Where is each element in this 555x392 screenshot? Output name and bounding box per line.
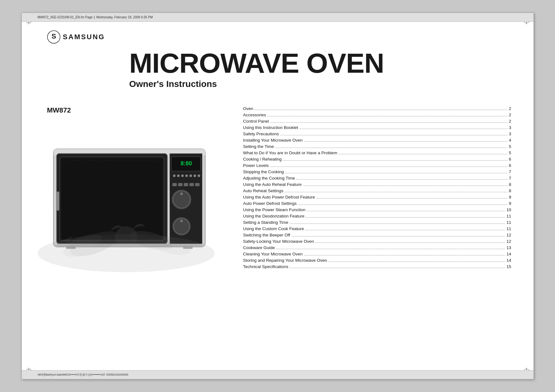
toc-item-title: Cleaning Your Microwave Oven [243, 252, 303, 256]
toc-item: Stopping the Cooking 7 [243, 169, 511, 174]
toc-dots [292, 236, 505, 236]
svg-rect-36 [95, 160, 95, 161]
svg-rect-48 [133, 160, 133, 161]
toc-item-title: Auto Power Defrost Settings [243, 201, 297, 206]
toc-item-page: 3 [509, 132, 511, 136]
toc-item-page: 4 [509, 138, 511, 143]
toc-item-title: Power Levels [243, 163, 269, 168]
toc-dots [315, 242, 505, 243]
toc-dots [299, 129, 508, 129]
toc-item-title: Oven [243, 106, 253, 111]
toc-item-page: 12 [506, 233, 511, 237]
toc-item: Using the Power Steam Function 10 [243, 207, 511, 212]
svg-rect-55 [155, 160, 155, 161]
toc-item-title: Auto Reheat Settings [243, 188, 284, 193]
toc-item: Cooking / Reheating 6 [243, 157, 511, 162]
toc-item-page: 9 [509, 201, 511, 206]
svg-rect-51 [142, 160, 143, 161]
toc-dots [316, 198, 508, 199]
toc-item-page: 15 [506, 264, 511, 269]
subtitle: Owner's Instructions [129, 79, 508, 89]
svg-rect-42 [114, 160, 114, 161]
toc-dots [306, 217, 505, 217]
svg-point-64 [181, 175, 184, 177]
svg-point-67 [194, 175, 196, 177]
svg-rect-40 [107, 160, 108, 161]
toc-item-page: 11 [506, 220, 511, 225]
toc-item-page: 5 [509, 150, 511, 155]
toc-item-title: Cooking / Reheating [243, 157, 282, 162]
toc-item-title: Stopping the Cooking [243, 169, 284, 174]
logo-area: S SAMSUNG [47, 30, 105, 44]
toc-item: Setting a Standing Time 11 [243, 220, 511, 225]
svg-rect-35 [91, 160, 92, 161]
toc-item-page: 14 [506, 258, 511, 263]
toc-dots [298, 205, 508, 205]
svg-rect-49 [136, 160, 136, 161]
toc-item-title: Storing and Repairing Your Microwave Ove… [243, 258, 327, 263]
toc-item-title: Using this Instruction Booklet [243, 125, 298, 130]
toc-item-page: 9 [509, 195, 511, 199]
bottom-footer: 배태현taehyun.baeMWO2•••••(카진공수선)•••••••••1… [22, 370, 533, 379]
toc-item: Power Levels 6 [243, 163, 511, 168]
footer-text: 배태현taehyun.baeMWO2•••••(카진공수선)•••••••••1… [38, 373, 128, 377]
svg-rect-32 [82, 160, 83, 161]
toc-item-title: Control Panel [243, 119, 269, 124]
toc-item: What to Do if You are in Doubt or Have a… [243, 150, 511, 155]
toc-dots [285, 192, 508, 192]
toc-item-title: Accessories [243, 113, 266, 117]
svg-rect-50 [139, 160, 139, 161]
toc-dots [304, 141, 508, 142]
toc-item: Cleaning Your Microwave Oven 14 [243, 252, 511, 256]
toc-item-page: 11 [506, 214, 511, 218]
toc-item-title: Cookware Guide [243, 245, 275, 250]
toc-item: Safety Precautions 3 [243, 132, 511, 136]
toc-item: Using the Deodorization Feature 11 [243, 214, 511, 218]
toc-item-page: 2 [509, 113, 511, 117]
svg-text:S: S [51, 32, 56, 40]
toc-item: Setting the Time 5 [243, 144, 511, 149]
svg-point-63 [177, 175, 180, 177]
toc-item-page: 10 [506, 207, 511, 212]
toc-dots [267, 116, 508, 116]
toc-area: Oven 2 Accessories 2 Control Panel 2 Usi… [243, 106, 511, 271]
toc-item: Accessories 2 [243, 113, 511, 117]
toc-item-page: 6 [509, 157, 511, 162]
model-number: MW872 [47, 106, 71, 114]
toc-item-page: 11 [506, 226, 511, 231]
toc-dots [328, 261, 505, 262]
svg-rect-39 [104, 160, 105, 161]
toc-dots [283, 160, 508, 161]
toc-item: Using the Auto Power Defrost Feature 9 [243, 195, 511, 199]
toc-item-page: 8 [509, 182, 511, 187]
toc-item-title: Technical Specifications [243, 264, 288, 269]
svg-rect-54 [151, 160, 152, 161]
main-title-area: MICROWAVE OVEN Owner's Instructions [129, 49, 508, 89]
samsung-logo: S SAMSUNG [47, 30, 105, 44]
svg-rect-46 [126, 160, 127, 161]
toc-item-title: Using the Deodorization Feature [243, 214, 305, 218]
toc-dots [304, 255, 505, 255]
toc-item: Using the Auto Reheat Feature 8 [243, 182, 511, 187]
toc-item-title: Setting a Standing Time [243, 220, 288, 225]
samsung-logo-icon: S [47, 30, 60, 44]
svg-rect-53 [148, 160, 149, 161]
main-title: MICROWAVE OVEN [129, 49, 508, 77]
toc-item: Oven 2 [243, 106, 511, 111]
food-decoration [31, 181, 221, 275]
toc-dots [307, 211, 505, 211]
toc-item-title: Switching the Beeper Off [243, 233, 290, 237]
svg-rect-38 [101, 160, 102, 161]
toc-item-title: Using the Auto Power Defrost Feature [243, 195, 315, 199]
toc-item: Storing and Repairing Your Microwave Ove… [243, 258, 511, 263]
svg-rect-33 [85, 160, 86, 161]
toc-item-title: What to Do if You are in Doubt or Have a… [243, 150, 337, 155]
toc-item: Control Panel 2 [243, 119, 511, 124]
svg-rect-57 [161, 160, 162, 161]
toc-item-page: 7 [509, 176, 511, 181]
toc-item: Technical Specifications 15 [243, 264, 511, 269]
svg-rect-41 [110, 160, 111, 161]
toc-dots [290, 268, 505, 268]
svg-point-17 [115, 226, 137, 248]
toc-dots [290, 224, 505, 224]
